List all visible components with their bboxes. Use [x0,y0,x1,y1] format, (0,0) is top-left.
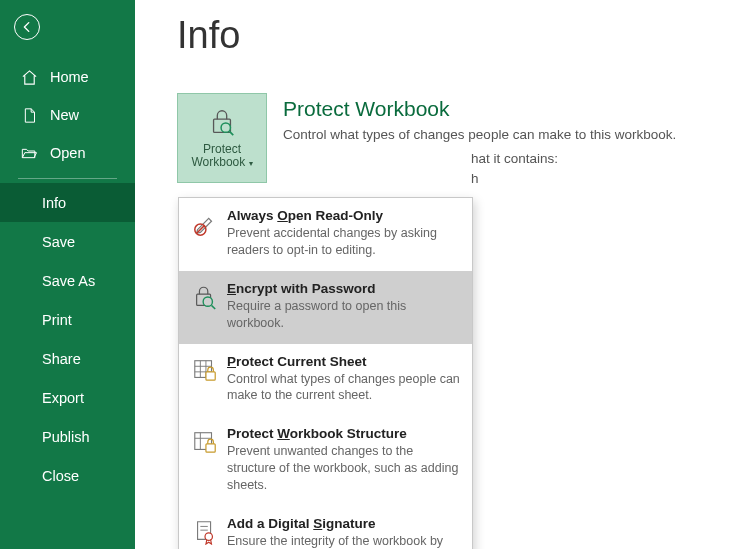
sidebar-item-home[interactable]: Home [0,58,135,96]
svg-point-1 [221,123,230,132]
protect-workbook-button[interactable]: Protect Workbook ▾ [177,93,267,183]
sidebar-item-info[interactable]: Info [0,183,135,222]
sidebar-item-label: Export [42,390,84,406]
backstage-sidebar: Home New Open Info Save Save As Print [0,0,135,549]
protect-button-label: Protect Workbook ▾ [191,143,252,169]
menu-item-title: Encrypt with Password [227,281,460,296]
menu-item-desc: Prevent accidental changes by asking rea… [227,225,460,259]
sidebar-item-print[interactable]: Print [0,300,135,339]
sidebar-item-open[interactable]: Open [0,134,135,172]
folder-open-icon [20,144,38,162]
lock-search-icon [191,283,219,311]
obscured-text-2: h [471,169,479,189]
menu-item-digital-signature[interactable]: Add a Digital Signature Ensure the integ… [179,506,472,549]
menu-item-title: Protect Workbook Structure [227,426,460,441]
chevron-down-icon: ▾ [249,159,253,168]
menu-item-title: Always Open Read-Only [227,208,460,223]
sidebar-item-close[interactable]: Close [0,456,135,495]
home-icon [20,68,38,86]
workbook-lock-icon [191,428,219,456]
lock-search-icon [207,107,237,137]
sidebar-nav: Home New Open Info Save Save As Print [0,58,135,495]
sidebar-item-label: Share [42,351,81,367]
protect-workbook-menu: Always Open Read-Only Prevent accidental… [178,197,473,549]
svg-point-9 [205,533,212,540]
sidebar-item-label: Save [42,234,75,250]
svg-rect-8 [206,444,215,452]
sidebar-item-label: Home [50,69,89,85]
back-button[interactable] [14,14,40,40]
sidebar-item-label: Print [42,312,72,328]
sidebar-item-label: Close [42,468,79,484]
pencil-no-icon [191,210,219,238]
protect-section: Protect Workbook ▾ Protect Workbook Cont… [177,93,730,183]
menu-item-title: Add a Digital Signature [227,516,460,531]
sidebar-item-save[interactable]: Save [0,222,135,261]
menu-item-encrypt-password[interactable]: Encrypt with Password Require a password… [179,271,472,344]
sidebar-item-label: Open [50,145,85,161]
certificate-icon [191,518,219,546]
menu-item-open-readonly[interactable]: Always Open Read-Only Prevent accidental… [179,198,472,271]
menu-item-protect-structure[interactable]: Protect Workbook Structure Prevent unwan… [179,416,472,506]
sheet-lock-icon [191,356,219,384]
menu-item-protect-sheet[interactable]: Protect Current Sheet Control what types… [179,344,472,417]
sidebar-item-label: New [50,107,79,123]
back-arrow-icon [18,18,36,36]
menu-item-desc: Control what types of changes people can… [227,371,460,405]
menu-item-title: Protect Current Sheet [227,354,460,369]
menu-item-desc: Ensure the integrity of the workbook by … [227,533,460,549]
sidebar-divider [18,178,117,179]
file-new-icon [20,106,38,124]
sidebar-item-publish[interactable]: Publish [0,417,135,456]
sidebar-item-saveas[interactable]: Save As [0,261,135,300]
svg-rect-6 [206,371,215,379]
menu-item-desc: Require a password to open this workbook… [227,298,460,332]
sidebar-item-export[interactable]: Export [0,378,135,417]
sidebar-item-label: Info [42,195,66,211]
obscured-text-1: hat it contains: [471,149,558,169]
protect-desc: Control what types of changes people can… [283,127,676,142]
protect-title: Protect Workbook [283,97,676,121]
menu-item-desc: Prevent unwanted changes to the structur… [227,443,460,494]
page-title: Info [177,14,730,57]
sidebar-item-label: Publish [42,429,90,445]
sidebar-item-share[interactable]: Share [0,339,135,378]
svg-point-4 [203,297,212,306]
protect-description: Protect Workbook Control what types of c… [283,93,676,142]
sidebar-item-new[interactable]: New [0,96,135,134]
sidebar-item-label: Save As [42,273,95,289]
